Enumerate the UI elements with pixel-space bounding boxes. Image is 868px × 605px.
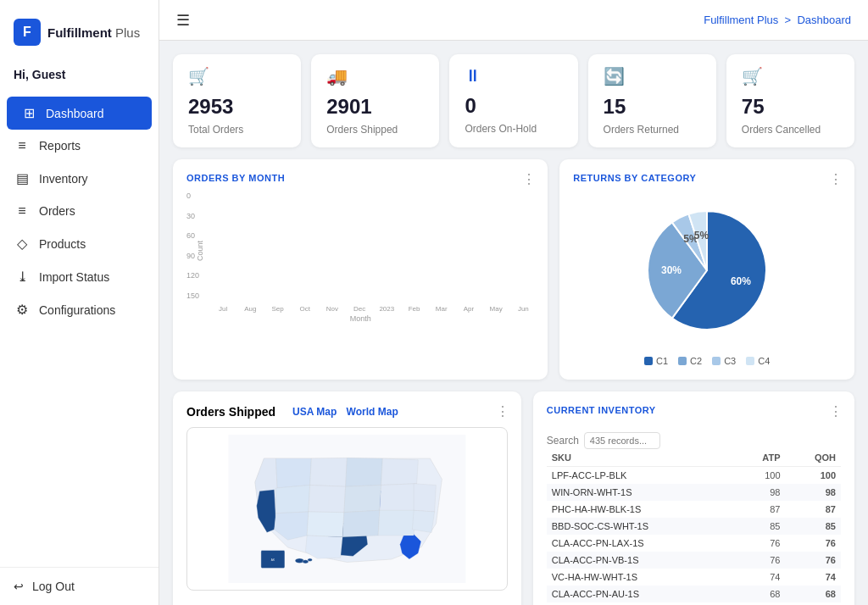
sidebar-item-orders[interactable]: ≡Orders [0,195,159,227]
map-title: Orders Shipped [186,405,275,419]
sidebar-item-configurations[interactable]: ⚙Configurations [0,293,159,326]
legend-label-C1: C1 [656,356,668,366]
col-sku: SKU [547,449,736,467]
topbar: ☰ Fulfillment Plus > Dashboard [159,0,868,41]
nav-label-inventory: Inventory [39,172,88,186]
reports-icon: ≡ [14,138,31,153]
y-label: 120 [186,271,199,280]
map-card-menu[interactable]: ⋮ [496,403,509,419]
stat-card-orders-on-hold: ⏸0Orders On-Hold [449,54,577,147]
us-map-container: AK [186,427,508,591]
bar-chart-menu[interactable]: ⋮ [522,171,536,187]
logout-icon: ↩ [14,580,24,593]
x-axis-title: Month [186,314,534,323]
sidebar-item-reports[interactable]: ≡Reports [0,130,159,162]
x-label-Sep: Sep [266,305,288,313]
legend-item-C4: C4 [746,356,770,366]
x-label-Oct: Oct [294,305,316,313]
pie-container: 60%30%5%5% C1C2C3C4 [573,191,841,366]
legend-item-C2: C2 [678,356,702,366]
stat-icon-orders-on-hold: ⏸ [465,66,562,86]
stat-label-orders-shipped: Orders Shipped [326,124,424,136]
nav-items: ⊞Dashboard≡Reports▤Inventory≡Orders◇Prod… [0,97,159,326]
svg-point-5 [308,558,313,562]
y-label: 60 [186,231,199,240]
x-label-Jul: Jul [212,305,234,313]
table-row: WIN-ORN-WHT-1S 98 98 [547,484,841,501]
logout-button[interactable]: ↩ Log Out [0,567,159,605]
inventory-header-row: CURRENT INVENTORY ⋮ [547,405,841,424]
inventory-menu[interactable]: ⋮ [829,403,843,419]
stat-value-orders-returned: 15 [604,95,701,119]
stat-value-orders-cancelled: 75 [742,95,839,119]
y-label: 0 [186,191,199,200]
sku-cell: CLA-ACC-PN-VB-1S [547,552,736,569]
inventory-table-body: LPF-ACC-LP-BLK 100 100 WIN-ORN-WHT-1S 98… [547,467,841,606]
stat-cards-row: 🛒2953Total Orders🚚2901Orders Shipped⏸0Or… [173,54,854,147]
world-map-link[interactable]: World Map [347,406,398,418]
table-header-row: SKU ATP QOH [547,449,841,467]
atp-cell: 76 [736,552,786,569]
atp-cell: 76 [736,535,786,552]
orders-shipped-map-card: ⋮ Orders Shipped USA Map World Map [173,391,521,605]
inventory-table: SKU ATP QOH LPF-ACC-LP-BLK 100 100 WIN-O… [547,449,841,605]
inventory-icon: ▤ [14,170,31,186]
stat-icon-orders-shipped: 🚚 [326,66,424,86]
orders-icon: ≡ [14,203,31,219]
legend-label-C4: C4 [758,356,770,366]
sku-cell: LPF-ACC-LP-BLK [547,467,736,485]
qoh-cell: 74 [786,569,842,586]
pie-label-C2: 30% [661,264,682,276]
import-status-icon: ⤓ [14,269,31,285]
sidebar-item-import-status[interactable]: ⤓Import Status [0,260,159,293]
stat-value-total-orders: 2953 [188,95,286,119]
legend-item-C1: C1 [644,356,668,366]
col-atp: ATP [736,449,786,467]
x-label-Feb: Feb [403,305,425,313]
usa-map-link[interactable]: USA Map [292,406,337,418]
legend-dot-C3 [712,357,721,365]
pie-label-C4: 5% [694,230,709,241]
qoh-cell: 98 [786,484,842,501]
charts-row: ORDERS BY MONTH ⋮ 1501209060300 Count Ju… [173,159,854,380]
legend-label-C3: C3 [724,356,736,366]
orders-by-month-card: ORDERS BY MONTH ⋮ 1501209060300 Count Ju… [173,159,548,380]
nav-label-dashboard: Dashboard [46,107,104,120]
stat-value-orders-on-hold: 0 [465,94,562,118]
x-label-Apr: Apr [458,305,480,313]
logo-icon: F [14,19,41,46]
pie-legend: C1C2C3C4 [644,356,770,366]
sku-cell: WIN-ORN-WHT-1S [547,484,736,501]
nav-label-import-status: Import Status [39,270,109,284]
sidebar-item-dashboard[interactable]: ⊞Dashboard [7,97,152,130]
stat-icon-total-orders: 🛒 [188,66,286,86]
pie-chart-title: RETURNS BY CATEGORY [573,173,841,183]
qoh-cell: 76 [786,535,842,552]
stat-card-orders-cancelled: 🛒75Orders Cancelled [726,54,854,147]
atp-cell: 100 [736,467,786,485]
logout-label: Log Out [32,580,75,593]
greeting: Hi, Guest [0,59,159,97]
bar-chart-inner: 1501209060300 Count [186,191,534,302]
nav-label-products: Products [39,237,86,251]
stat-card-orders-returned: 🔄15Orders Returned [588,54,716,147]
x-label-May: May [485,305,507,313]
sku-cell: PHC-HA-HW-BLK-1S [547,501,736,518]
y-axis-title: Count [196,241,204,261]
breadcrumb: Fulfillment Plus > Dashboard [704,14,851,26]
legend-item-C3: C3 [712,356,736,366]
table-row: LPF-ACC-LP-BLK 100 100 [547,467,841,485]
x-axis: JulAugSepOctNovDec2023FebMarAprMayJun [186,305,534,313]
inventory-title: CURRENT INVENTORY [547,405,656,415]
stat-label-orders-on-hold: Orders On-Hold [465,123,562,135]
pie-chart-menu[interactable]: ⋮ [829,171,843,187]
atp-cell: 98 [736,484,786,501]
bar-chart-area: 1501209060300 Count JulAugSepOctNovDec20… [186,191,534,327]
sidebar-item-inventory[interactable]: ▤Inventory [0,162,159,195]
y-label: 30 [186,212,199,220]
x-label-Jun: Jun [512,305,534,313]
menu-toggle[interactable]: ☰ [176,11,190,30]
inventory-search-input[interactable] [584,432,660,449]
dashboard-icon: ⊞ [20,105,37,121]
sidebar-item-products[interactable]: ◇Products [0,227,159,260]
